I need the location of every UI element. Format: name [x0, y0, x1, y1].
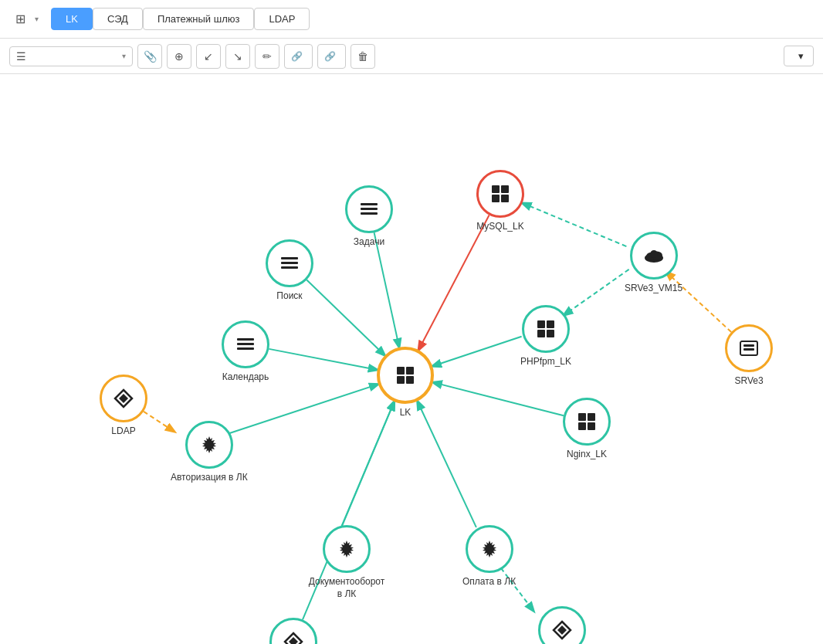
edge-oplata-lk	[418, 402, 476, 527]
node-label-auth: Авторизация в ЛК	[171, 472, 248, 484]
svg-rect-14	[237, 338, 254, 341]
node-nginx[interactable]: Nginx_LK	[563, 398, 611, 461]
svg-rect-6	[492, 195, 500, 202]
node-label-poisk: Поиск	[276, 290, 302, 303]
arrow-out-button[interactable]: ↘	[225, 44, 250, 69]
svg-rect-32	[537, 330, 545, 337]
tabs-container: LKСЭДПлатежный шлюзLDAP	[51, 8, 310, 30]
arrow-in-button[interactable]: ↙	[196, 44, 221, 69]
svg-rect-7	[501, 195, 509, 202]
svg-rect-26	[578, 413, 586, 421]
node-circle-lk	[377, 347, 434, 404]
svg-rect-16	[237, 347, 254, 350]
node-ldap[interactable]: LDAP	[100, 375, 147, 438]
link-f-button[interactable]: 🔗	[317, 44, 346, 69]
node-circle-docflow	[323, 525, 371, 573]
edge-kalendar-lk	[269, 349, 377, 370]
node-circle-kalendar	[222, 320, 269, 368]
node-circle-phpfpm	[522, 305, 570, 353]
node-circle-platezh	[538, 606, 586, 644]
svg-rect-5	[501, 185, 509, 193]
node-lk[interactable]: LK	[377, 347, 434, 419]
node-label-lk: LK	[400, 407, 412, 419]
node-circle-zadachi	[345, 185, 393, 233]
node-label-srve3: SRVe3	[734, 375, 763, 388]
svg-rect-29	[588, 422, 595, 430]
edge-nginx-lk	[433, 382, 564, 415]
node-label-kalendar: Календарь	[222, 371, 269, 384]
list-icon: ⊞	[15, 12, 25, 26]
node-phpfpm[interactable]: PHPfpm_LK	[520, 305, 571, 368]
edge-srve3vm-phpfpm	[564, 269, 628, 315]
node-circle-mysql	[476, 170, 524, 218]
ke-select[interactable]: ☰ ▾	[9, 46, 133, 66]
edit-button[interactable]: ✏	[255, 44, 279, 69]
svg-rect-3	[406, 376, 414, 384]
node-circle-ldap	[100, 375, 147, 422]
svg-rect-15	[237, 343, 254, 345]
node-srve3vm[interactable]: SRVe3_VM15	[625, 232, 682, 295]
edge-mysql-lk	[418, 215, 489, 350]
node-label-mysql: MySQL_LK	[476, 221, 523, 233]
node-poisk[interactable]: Поиск	[266, 239, 313, 303]
list-ke-menu[interactable]: ⊞ ▾	[9, 8, 45, 29]
edge-zadachi-lk	[374, 232, 399, 347]
node-circle-oplata	[466, 525, 513, 573]
svg-rect-1	[406, 367, 414, 375]
node-mysql[interactable]: MySQL_LK	[476, 170, 524, 233]
svg-rect-13	[281, 266, 298, 269]
link-st-button[interactable]: 🔗	[284, 44, 313, 69]
svg-point-37	[650, 250, 658, 258]
tab-lk[interactable]: LK	[51, 8, 93, 30]
add-button[interactable]: ⊕	[167, 44, 191, 69]
svg-rect-31	[547, 320, 554, 328]
export-button[interactable]: ▾	[784, 46, 814, 66]
node-sed[interactable]: СЭД	[269, 618, 317, 644]
export-chevron: ▾	[798, 50, 804, 62]
svg-rect-2	[397, 376, 405, 384]
tab-sed[interactable]: СЭД	[93, 8, 143, 30]
graph-canvas: LKMySQL_LKЗадачиПоискКалендарьLDAPАвтори…	[0, 74, 823, 644]
svg-rect-11	[281, 257, 298, 259]
node-oplata[interactable]: Оплата в ЛК	[462, 525, 516, 588]
svg-rect-12	[281, 262, 298, 264]
svg-rect-10	[361, 212, 378, 215]
svg-rect-28	[578, 422, 586, 430]
node-zadachi[interactable]: Задачи	[345, 185, 393, 249]
list-ke-chevron: ▾	[35, 15, 39, 23]
svg-rect-40	[743, 348, 754, 351]
toolbar: ☰ ▾ 📎 ⊕ ↙ ↘ ✏ 🔗 🔗 🗑 ▾	[0, 39, 823, 74]
delete-button[interactable]: 🗑	[351, 44, 375, 69]
top-bar: ⊞ ▾ LKСЭДПлатежный шлюзLDAP	[0, 0, 823, 39]
node-circle-auth	[185, 421, 233, 469]
svg-marker-18	[119, 394, 128, 403]
node-label-oplata: Оплата в ЛК	[462, 576, 516, 588]
node-docflow[interactable]: Документооборот в ЛК	[308, 525, 385, 600]
svg-rect-30	[537, 320, 545, 328]
node-label-nginx: Nginx_LK	[567, 449, 607, 461]
edge-poisk-lk	[307, 280, 384, 356]
svg-rect-0	[397, 367, 405, 375]
tab-payment[interactable]: Платежный шлюз	[143, 8, 255, 30]
svg-rect-27	[588, 413, 595, 421]
node-circle-nginx	[563, 398, 611, 446]
svg-rect-4	[492, 185, 500, 193]
svg-rect-39	[743, 344, 754, 347]
node-circle-poisk	[266, 239, 313, 287]
node-label-docflow: Документооборот в ЛК	[308, 576, 385, 600]
node-platezh[interactable]: Платежный шлюз	[524, 606, 600, 644]
node-label-ldap: LDAP	[111, 425, 135, 438]
svg-rect-8	[361, 203, 378, 205]
ke-select-icon: ☰	[16, 50, 26, 63]
node-kalendar[interactable]: Календарь	[222, 320, 269, 384]
attach-button[interactable]: 📎	[137, 44, 162, 69]
edge-srve3vm-mysql	[523, 203, 627, 246]
svg-marker-25	[557, 625, 567, 635]
node-label-phpfpm: PHPfpm_LK	[520, 356, 571, 368]
tab-ldap[interactable]: LDAP	[254, 8, 310, 30]
svg-rect-33	[547, 330, 554, 337]
node-label-srve3vm: SRVe3_VM15	[625, 283, 682, 295]
node-auth[interactable]: Авторизация в ЛК	[171, 421, 248, 484]
svg-rect-9	[361, 208, 378, 210]
node-srve3[interactable]: SRVe3	[725, 324, 773, 388]
